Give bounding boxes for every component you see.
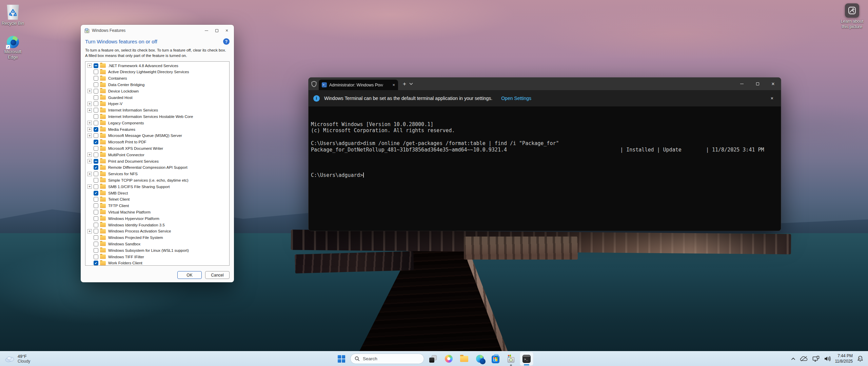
feature-row[interactable]: Windows Projected File System — [87, 235, 229, 241]
terminal-button[interactable]: >_ — [520, 352, 533, 366]
expand-icon[interactable]: + — [87, 102, 92, 106]
maximize-button[interactable] — [750, 78, 765, 90]
learn-about-picture-widget[interactable]: Learn about this picture — [839, 3, 866, 29]
feature-checkbox[interactable] — [94, 223, 98, 227]
feature-checkbox[interactable] — [94, 178, 98, 183]
desktop-icon-edge[interactable]: ↗ Microsoft Edge — [0, 36, 26, 60]
feature-row[interactable]: + Hyper-V — [87, 101, 229, 107]
feature-row[interactable]: Windows Sandbox — [87, 241, 229, 247]
desktop-icon-recycle-bin[interactable]: Recycle Bin — [0, 5, 26, 26]
hidden-icons-chevron-icon[interactable] — [791, 358, 795, 360]
feature-row[interactable]: + Microsoft Message Queue (MSMQ) Server — [87, 133, 229, 139]
feature-row[interactable]: + Internet Information Services — [87, 107, 229, 114]
store-button[interactable] — [489, 352, 502, 366]
feature-row[interactable]: Data Center Bridging — [87, 82, 229, 88]
feature-checkbox[interactable] — [94, 216, 98, 221]
feature-row[interactable]: ✔ Work Folders Client — [87, 260, 229, 266]
new-tab-button[interactable]: + — [403, 81, 406, 87]
copilot-button[interactable] — [442, 352, 455, 366]
feature-checkbox[interactable] — [94, 89, 98, 94]
weather-widget[interactable]: 49°F Cloudy — [0, 351, 35, 366]
feature-checkbox[interactable] — [94, 63, 98, 68]
feature-checkbox[interactable] — [94, 95, 98, 100]
start-button[interactable] — [335, 352, 348, 366]
minimize-button[interactable] — [734, 78, 750, 90]
file-explorer-button[interactable] — [457, 352, 471, 366]
feature-checkbox[interactable] — [94, 121, 98, 125]
feature-checkbox[interactable]: ✔ — [94, 191, 98, 196]
minimize-button[interactable] — [201, 26, 212, 35]
feature-checkbox[interactable] — [94, 203, 98, 208]
feature-checkbox[interactable] — [94, 235, 98, 240]
feature-checkbox[interactable] — [94, 171, 98, 176]
feature-checkbox[interactable] — [94, 255, 98, 259]
feature-row[interactable]: Containers — [87, 75, 229, 82]
volume-icon[interactable] — [824, 356, 831, 362]
expand-icon[interactable]: + — [87, 172, 92, 176]
terminal-tab[interactable]: >_ Administrator: Windows Pow × — [319, 80, 398, 90]
expand-icon[interactable]: + — [87, 159, 92, 163]
expand-icon[interactable]: + — [87, 127, 92, 131]
feature-checkbox[interactable] — [94, 146, 98, 151]
onedrive-offline-icon[interactable] — [800, 356, 808, 362]
maximize-button[interactable] — [212, 26, 222, 35]
close-button[interactable]: × — [222, 26, 232, 35]
terminal-titlebar[interactable]: >_ Administrator: Windows Pow × + × — [309, 78, 781, 90]
network-icon[interactable] — [812, 356, 820, 362]
feature-checkbox[interactable] — [94, 82, 98, 87]
feature-row[interactable]: Telnet Client — [87, 196, 229, 203]
feature-row[interactable]: + ✔ Media Features — [87, 126, 229, 133]
task-view-button[interactable] — [426, 352, 440, 366]
feature-checkbox[interactable] — [94, 242, 98, 246]
feature-row[interactable]: + MultiPoint Connector — [87, 151, 229, 158]
do-not-disturb-bell-icon[interactable]: z — [857, 355, 863, 362]
expand-icon[interactable]: + — [87, 121, 92, 125]
dialog-titlebar[interactable]: Windows Features × — [81, 25, 234, 36]
banner-close-icon[interactable]: × — [769, 95, 775, 102]
tab-close-icon[interactable]: × — [391, 82, 396, 87]
expand-icon[interactable]: + — [87, 89, 92, 93]
windows-features-button[interactable] — [504, 352, 518, 366]
feature-row[interactable]: + Print and Document Services — [87, 158, 229, 164]
feature-row[interactable]: Simple TCPIP services (i.e. echo, daytim… — [87, 177, 229, 184]
feature-row[interactable]: Windows Identity Foundation 3.5 — [87, 222, 229, 228]
feature-checkbox[interactable] — [94, 152, 98, 157]
feature-checkbox[interactable] — [94, 101, 98, 106]
feature-checkbox[interactable] — [94, 229, 98, 233]
feature-checkbox[interactable] — [94, 184, 98, 189]
feature-checkbox[interactable] — [94, 197, 98, 202]
expand-icon[interactable]: + — [87, 134, 92, 138]
feature-row[interactable]: TFTP Client — [87, 203, 229, 209]
feature-row[interactable]: Microsoft XPS Document Writer — [87, 145, 229, 152]
terminal-content[interactable]: Microsoft Windows [Version 10.0.28000.1]… — [309, 106, 781, 231]
feature-row[interactable]: + Device Lockdown — [87, 88, 229, 94]
feature-row[interactable]: Virtual Machine Platform — [87, 209, 229, 216]
cancel-button[interactable]: Cancel — [205, 271, 230, 279]
expand-icon[interactable]: + — [87, 152, 92, 157]
ok-button[interactable]: OK — [177, 271, 202, 279]
open-settings-link[interactable]: Open Settings — [501, 96, 531, 101]
feature-row[interactable]: Internet Information Services Hostable W… — [87, 114, 229, 120]
expand-icon[interactable]: + — [87, 184, 92, 189]
search-box[interactable]: Search — [350, 353, 424, 364]
feature-row[interactable]: ✔ Microsoft Print to PDF — [87, 139, 229, 145]
feature-row[interactable]: Windows Subsystem for Linux (WSL1 suppor… — [87, 247, 229, 253]
tab-dropdown-chevron-icon[interactable] — [409, 83, 413, 85]
feature-row[interactable]: + Windows Process Activation Service — [87, 228, 229, 235]
expand-icon[interactable]: + — [87, 229, 92, 233]
feature-checkbox[interactable] — [94, 159, 98, 164]
feature-checkbox[interactable] — [94, 114, 98, 119]
feature-row[interactable]: Windows Hypervisor Platform — [87, 215, 229, 222]
feature-checkbox[interactable]: ✔ — [94, 140, 98, 144]
help-icon[interactable]: ? — [223, 38, 230, 45]
feature-row[interactable]: ✔ SMB Direct — [87, 190, 229, 196]
feature-row[interactable]: + .NET Framework 4.8 Advanced Services — [87, 62, 229, 69]
feature-row[interactable]: + Services for NFS — [87, 171, 229, 177]
feature-row[interactable]: Windows TIFF IFilter — [87, 253, 229, 260]
feature-row[interactable]: + Legacy Components — [87, 120, 229, 126]
close-button[interactable]: × — [765, 78, 781, 90]
tray-clock[interactable]: 7:44 PM 11/8/2025 — [835, 353, 853, 364]
expand-icon[interactable]: + — [87, 108, 92, 113]
feature-row[interactable]: ✔ Remote Differential Compression API Su… — [87, 164, 229, 171]
feature-checkbox[interactable] — [94, 210, 98, 215]
